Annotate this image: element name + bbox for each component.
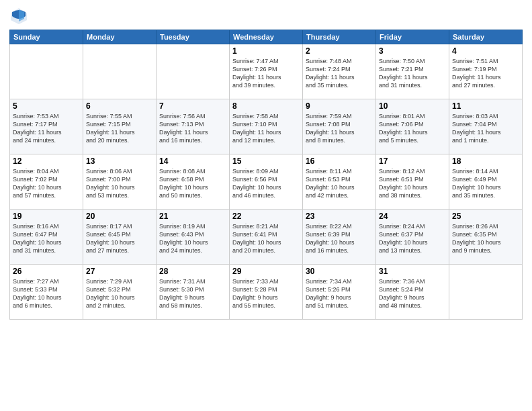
day-info: Sunrise: 7:47 AM Sunset: 7:26 PM Dayligh… <box>232 57 300 90</box>
day-info: Sunrise: 8:19 AM Sunset: 6:43 PM Dayligh… <box>159 222 226 255</box>
day-number: 1 <box>232 46 300 56</box>
calendar-cell: 6Sunrise: 7:55 AM Sunset: 7:15 PM Daylig… <box>83 99 157 154</box>
logo <box>9 7 30 26</box>
day-info: Sunrise: 8:08 AM Sunset: 6:58 PM Dayligh… <box>159 167 226 200</box>
day-info: Sunrise: 7:33 AM Sunset: 5:28 PM Dayligh… <box>232 277 300 310</box>
day-number: 28 <box>159 267 226 276</box>
day-number: 5 <box>13 101 80 111</box>
calendar-cell <box>83 44 157 99</box>
calendar-cell: 21Sunrise: 8:19 AM Sunset: 6:43 PM Dayli… <box>157 210 230 265</box>
calendar-cell: 1Sunrise: 7:47 AM Sunset: 7:26 PM Daylig… <box>230 44 303 99</box>
day-info: Sunrise: 7:59 AM Sunset: 7:08 PM Dayligh… <box>306 112 373 145</box>
calendar-cell: 4Sunrise: 7:51 AM Sunset: 7:19 PM Daylig… <box>449 44 523 99</box>
page: SundayMondayTuesdayWednesdayThursdayFrid… <box>0 0 532 411</box>
calendar-cell: 18Sunrise: 8:14 AM Sunset: 6:49 PM Dayli… <box>449 154 523 210</box>
day-info: Sunrise: 8:11 AM Sunset: 6:53 PM Dayligh… <box>306 167 373 200</box>
day-info: Sunrise: 7:29 AM Sunset: 5:32 PM Dayligh… <box>86 277 153 310</box>
day-info: Sunrise: 8:21 AM Sunset: 6:41 PM Dayligh… <box>232 222 300 255</box>
day-number: 26 <box>13 267 80 276</box>
day-number: 15 <box>232 156 300 166</box>
calendar-cell: 14Sunrise: 8:08 AM Sunset: 6:58 PM Dayli… <box>157 154 230 210</box>
day-info: Sunrise: 7:53 AM Sunset: 7:17 PM Dayligh… <box>13 112 80 145</box>
weekday-header: Sunday <box>10 30 83 44</box>
calendar-cell: 10Sunrise: 8:01 AM Sunset: 7:06 PM Dayli… <box>376 99 449 154</box>
calendar-cell <box>449 265 523 320</box>
weekday-header: Saturday <box>449 30 523 44</box>
calendar-cell: 13Sunrise: 8:06 AM Sunset: 7:00 PM Dayli… <box>83 154 157 210</box>
day-number: 19 <box>13 212 80 221</box>
day-number: 10 <box>379 101 446 111</box>
day-number: 13 <box>86 156 153 166</box>
day-number: 18 <box>452 156 519 166</box>
calendar-cell: 20Sunrise: 8:17 AM Sunset: 6:45 PM Dayli… <box>83 210 157 265</box>
day-number: 24 <box>379 212 446 221</box>
day-info: Sunrise: 8:14 AM Sunset: 6:49 PM Dayligh… <box>452 167 519 200</box>
calendar-cell: 9Sunrise: 7:59 AM Sunset: 7:08 PM Daylig… <box>303 99 376 154</box>
calendar-cell: 27Sunrise: 7:29 AM Sunset: 5:32 PM Dayli… <box>83 265 157 320</box>
day-number: 25 <box>452 212 519 221</box>
calendar-cell: 28Sunrise: 7:31 AM Sunset: 5:30 PM Dayli… <box>157 265 230 320</box>
day-number: 27 <box>86 267 153 276</box>
day-info: Sunrise: 8:12 AM Sunset: 6:51 PM Dayligh… <box>379 167 446 200</box>
day-number: 31 <box>379 267 446 276</box>
calendar-cell: 8Sunrise: 7:58 AM Sunset: 7:10 PM Daylig… <box>230 99 303 154</box>
day-number: 11 <box>452 101 519 111</box>
day-info: Sunrise: 8:04 AM Sunset: 7:02 PM Dayligh… <box>13 167 80 200</box>
day-number: 12 <box>13 156 80 166</box>
calendar-cell: 31Sunrise: 7:36 AM Sunset: 5:24 PM Dayli… <box>376 265 449 320</box>
day-number: 6 <box>86 101 153 111</box>
logo-icon <box>9 7 28 26</box>
calendar-cell <box>10 44 83 99</box>
day-info: Sunrise: 7:58 AM Sunset: 7:10 PM Dayligh… <box>232 112 300 145</box>
day-number: 4 <box>452 46 519 56</box>
day-number: 7 <box>159 101 226 111</box>
day-info: Sunrise: 8:06 AM Sunset: 7:00 PM Dayligh… <box>86 167 153 200</box>
calendar-cell: 25Sunrise: 8:26 AM Sunset: 6:35 PM Dayli… <box>449 210 523 265</box>
day-info: Sunrise: 8:24 AM Sunset: 6:37 PM Dayligh… <box>379 222 446 255</box>
day-info: Sunrise: 7:36 AM Sunset: 5:24 PM Dayligh… <box>379 277 446 310</box>
day-info: Sunrise: 7:31 AM Sunset: 5:30 PM Dayligh… <box>159 277 226 310</box>
weekday-header: Friday <box>376 30 449 44</box>
day-info: Sunrise: 7:56 AM Sunset: 7:13 PM Dayligh… <box>159 112 226 145</box>
calendar-cell: 7Sunrise: 7:56 AM Sunset: 7:13 PM Daylig… <box>157 99 230 154</box>
day-info: Sunrise: 8:03 AM Sunset: 7:04 PM Dayligh… <box>452 112 519 145</box>
calendar-cell: 16Sunrise: 8:11 AM Sunset: 6:53 PM Dayli… <box>303 154 376 210</box>
day-info: Sunrise: 7:48 AM Sunset: 7:24 PM Dayligh… <box>306 57 373 90</box>
weekday-header: Tuesday <box>157 30 230 44</box>
day-number: 17 <box>379 156 446 166</box>
day-info: Sunrise: 7:27 AM Sunset: 5:33 PM Dayligh… <box>13 277 80 310</box>
calendar-cell: 5Sunrise: 7:53 AM Sunset: 7:17 PM Daylig… <box>10 99 83 154</box>
day-number: 16 <box>306 156 373 166</box>
day-number: 8 <box>232 101 300 111</box>
calendar-cell <box>157 44 230 99</box>
calendar-cell: 17Sunrise: 8:12 AM Sunset: 6:51 PM Dayli… <box>376 154 449 210</box>
calendar-cell: 11Sunrise: 8:03 AM Sunset: 7:04 PM Dayli… <box>449 99 523 154</box>
day-number: 30 <box>306 267 373 276</box>
day-number: 23 <box>306 212 373 221</box>
day-info: Sunrise: 8:01 AM Sunset: 7:06 PM Dayligh… <box>379 112 446 145</box>
day-number: 29 <box>232 267 300 276</box>
calendar-cell: 12Sunrise: 8:04 AM Sunset: 7:02 PM Dayli… <box>10 154 83 210</box>
weekday-header: Monday <box>83 30 157 44</box>
day-number: 20 <box>86 212 153 221</box>
calendar-cell: 30Sunrise: 7:34 AM Sunset: 5:26 PM Dayli… <box>303 265 376 320</box>
calendar-cell: 23Sunrise: 8:22 AM Sunset: 6:39 PM Dayli… <box>303 210 376 265</box>
day-info: Sunrise: 7:55 AM Sunset: 7:15 PM Dayligh… <box>86 112 153 145</box>
calendar-cell: 15Sunrise: 8:09 AM Sunset: 6:56 PM Dayli… <box>230 154 303 210</box>
weekday-header: Wednesday <box>230 30 303 44</box>
day-info: Sunrise: 8:09 AM Sunset: 6:56 PM Dayligh… <box>232 167 300 200</box>
day-info: Sunrise: 8:17 AM Sunset: 6:45 PM Dayligh… <box>86 222 153 255</box>
day-number: 22 <box>232 212 300 221</box>
calendar: SundayMondayTuesdayWednesdayThursdayFrid… <box>9 30 523 320</box>
day-info: Sunrise: 8:22 AM Sunset: 6:39 PM Dayligh… <box>306 222 373 255</box>
calendar-cell: 22Sunrise: 8:21 AM Sunset: 6:41 PM Dayli… <box>230 210 303 265</box>
day-number: 21 <box>159 212 226 221</box>
day-number: 2 <box>306 46 373 56</box>
calendar-cell: 24Sunrise: 8:24 AM Sunset: 6:37 PM Dayli… <box>376 210 449 265</box>
calendar-cell: 29Sunrise: 7:33 AM Sunset: 5:28 PM Dayli… <box>230 265 303 320</box>
day-info: Sunrise: 7:34 AM Sunset: 5:26 PM Dayligh… <box>306 277 373 310</box>
calendar-cell: 2Sunrise: 7:48 AM Sunset: 7:24 PM Daylig… <box>303 44 376 99</box>
day-number: 14 <box>159 156 226 166</box>
calendar-cell: 19Sunrise: 8:16 AM Sunset: 6:47 PM Dayli… <box>10 210 83 265</box>
day-info: Sunrise: 7:51 AM Sunset: 7:19 PM Dayligh… <box>452 57 519 90</box>
